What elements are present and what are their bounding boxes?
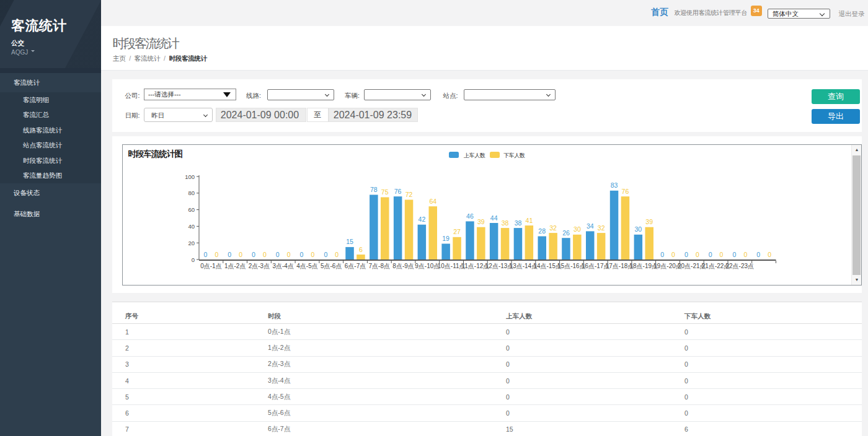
- svg-text:76: 76: [394, 188, 402, 195]
- svg-text:46: 46: [466, 212, 474, 220]
- svg-text:0: 0: [743, 251, 747, 258]
- svg-text:0点-1点: 0点-1点: [200, 263, 221, 269]
- svg-text:32: 32: [549, 224, 557, 232]
- svg-text:4点-5点: 4点-5点: [296, 263, 317, 269]
- svg-text:0: 0: [276, 251, 280, 258]
- svg-text:75: 75: [381, 188, 389, 196]
- svg-text:15: 15: [346, 238, 353, 245]
- svg-text:64: 64: [429, 198, 436, 205]
- svg-text:0: 0: [300, 251, 304, 258]
- svg-text:26: 26: [562, 229, 570, 237]
- svg-text:19: 19: [442, 235, 450, 242]
- svg-text:60: 60: [188, 206, 195, 213]
- svg-text:0: 0: [239, 251, 242, 258]
- svg-text:42: 42: [418, 216, 426, 223]
- svg-text:0: 0: [756, 251, 760, 258]
- svg-text:0: 0: [252, 251, 255, 258]
- svg-text:9点-10点: 9点-10点: [415, 263, 440, 269]
- svg-text:0: 0: [263, 251, 267, 258]
- svg-text:0: 0: [192, 256, 195, 263]
- svg-text:6: 6: [359, 246, 363, 253]
- svg-text:27: 27: [453, 228, 461, 235]
- svg-text:0: 0: [768, 251, 771, 258]
- svg-text:0: 0: [203, 251, 207, 258]
- svg-text:78: 78: [370, 186, 378, 193]
- svg-text:72: 72: [405, 191, 413, 198]
- svg-text:44: 44: [490, 214, 498, 222]
- svg-text:6点-7点: 6点-7点: [345, 263, 366, 269]
- svg-text:0: 0: [709, 251, 712, 258]
- svg-text:0: 0: [311, 251, 314, 258]
- svg-text:41: 41: [526, 217, 533, 224]
- svg-text:20: 20: [188, 240, 195, 246]
- svg-text:0: 0: [324, 251, 327, 258]
- svg-text:76: 76: [622, 188, 629, 195]
- svg-text:28: 28: [538, 227, 546, 235]
- svg-text:39: 39: [477, 218, 485, 225]
- svg-text:40: 40: [188, 223, 195, 230]
- svg-text:8点-9点: 8点-9点: [392, 263, 414, 269]
- svg-text:0: 0: [732, 251, 736, 258]
- svg-text:7点-8点: 7点-8点: [369, 263, 390, 269]
- svg-text:100: 100: [185, 173, 195, 180]
- svg-text:0: 0: [228, 251, 231, 258]
- svg-text:30: 30: [574, 225, 581, 233]
- svg-text:39: 39: [645, 218, 653, 225]
- svg-text:1点-2点: 1点-2点: [224, 263, 246, 269]
- svg-text:3点-4点: 3点-4点: [272, 263, 293, 269]
- svg-text:0: 0: [671, 251, 675, 258]
- svg-text:32: 32: [598, 224, 605, 232]
- svg-text:0: 0: [720, 251, 724, 258]
- svg-text:38: 38: [515, 219, 522, 227]
- svg-text:0: 0: [287, 251, 291, 258]
- svg-text:22点-23点: 22点-23点: [726, 263, 755, 269]
- svg-text:30: 30: [634, 225, 642, 233]
- svg-text:0: 0: [215, 251, 218, 258]
- svg-text:34: 34: [587, 222, 594, 230]
- svg-text:0: 0: [696, 251, 699, 258]
- svg-text:5点-6点: 5点-6点: [321, 263, 342, 269]
- svg-text:38: 38: [502, 219, 509, 227]
- svg-text:0: 0: [684, 251, 688, 258]
- svg-text:0: 0: [335, 251, 339, 258]
- svg-text:83: 83: [611, 181, 618, 189]
- svg-text:2点-3点: 2点-3点: [249, 263, 270, 269]
- svg-text:0: 0: [660, 251, 664, 258]
- svg-text:80: 80: [188, 190, 195, 196]
